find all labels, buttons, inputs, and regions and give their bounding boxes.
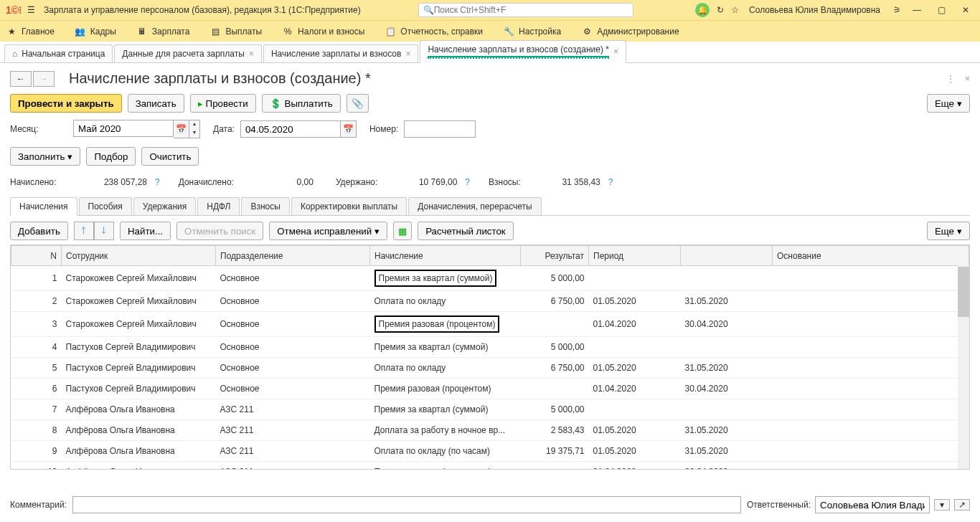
table-row[interactable]: 7Алфёрова Ольга ИвановнаАЗС 211Премия за… [11, 399, 969, 420]
mm-admin[interactable]: ⚙Администрирование [581, 26, 679, 37]
history-icon[interactable]: ↻ [717, 5, 724, 15]
itab-corrections[interactable]: Корректировки выплаты [291, 197, 407, 215]
dropdown-icon[interactable]: ▾ [934, 499, 950, 511]
table-row[interactable]: 10Алфёрова Ольга ИвановнаАЗС 211Премия р… [11, 462, 969, 470]
pay-button[interactable]: 💲Выплатить [262, 94, 341, 113]
mm-vyplaty[interactable]: ▤Выплаты [209, 26, 262, 37]
month-label: Месяц: [10, 124, 67, 134]
move-down-button[interactable]: 🡓 [94, 222, 114, 240]
itab-deductions[interactable]: Удержания [133, 197, 197, 215]
col-basis[interactable]: Основание [773, 246, 969, 266]
help-icon[interactable]: ? [155, 177, 160, 187]
month-spinner[interactable]: ▴▾ [189, 120, 200, 138]
calendar-icon[interactable]: 📅 [341, 120, 357, 138]
minimize-icon[interactable]: — [908, 5, 925, 15]
col-result[interactable]: Результат [521, 246, 589, 266]
back-button[interactable]: ← [10, 71, 32, 87]
tab-data[interactable]: Данные для расчета зарплаты× [114, 44, 262, 62]
table-row[interactable]: 4Пастухов Сергей ВладимировичОсновноеПре… [11, 337, 969, 358]
close-icon[interactable]: × [405, 49, 410, 59]
table-row[interactable]: 1Старокожев Сергей МихайловичОсновноеПре… [11, 266, 969, 291]
pick-button[interactable]: Подбор [86, 147, 136, 166]
col-employee[interactable]: Сотрудник [62, 246, 216, 266]
col-department[interactable]: Подразделение [216, 246, 370, 266]
mm-reports[interactable]: 📋Отчетность, справки [385, 26, 483, 37]
date-input[interactable] [240, 120, 341, 138]
col-accrual[interactable]: Начисление [370, 246, 521, 266]
bell-icon[interactable]: 🔔 [695, 3, 710, 17]
col-period[interactable]: Период [589, 246, 681, 266]
grid-more-button[interactable]: Еще ▾ [927, 222, 970, 240]
post-button[interactable]: ▸Провести [190, 94, 256, 113]
table-row[interactable]: 2Старокожев Сергей МихайловичОсновноеОпл… [11, 291, 969, 312]
close-icon[interactable]: ✕ [957, 5, 974, 15]
grid-toolbar: Добавить 🡑 🡓 Найти... Отменить поиск Отм… [0, 216, 980, 245]
post-and-close-button[interactable]: Провести и закрыть [10, 94, 122, 113]
move-up-button[interactable]: 🡑 [74, 222, 94, 240]
clipboard-icon: 📋 [385, 26, 396, 37]
more-icon[interactable]: ⋮ [946, 74, 955, 84]
more-button[interactable]: Еще ▾ [927, 94, 970, 113]
mm-kadry[interactable]: 👥Кадры [75, 26, 116, 37]
attach-button[interactable]: 📎 [347, 94, 369, 113]
fill-button[interactable]: Заполнить ▾ [10, 147, 80, 166]
tab-accruals[interactable]: Начисление зарплаты и взносов× [263, 44, 419, 62]
add-row-button[interactable]: Добавить [10, 222, 68, 240]
find-button[interactable]: Найти... [120, 222, 171, 240]
table-row[interactable]: 9Алфёрова Ольга ИвановнаАЗС 211Оплата по… [11, 441, 969, 462]
star-icon[interactable]: ☆ [731, 5, 739, 15]
logo-1c: 1©⁝ [6, 4, 22, 16]
hamburger-icon[interactable]: ☰ [27, 5, 35, 15]
money-icon: ▤ [209, 26, 221, 37]
table-row[interactable]: 5Пастухов Сергей ВладимировичОсновноеОпл… [11, 358, 969, 379]
add-accrued-value: 0,00 [238, 174, 317, 190]
inner-tabs: Начисления Пособия Удержания НДФЛ Взносы… [10, 197, 970, 216]
payslip-button[interactable]: Расчетный листок [418, 222, 514, 240]
calendar-icon[interactable]: 📅 [174, 120, 189, 138]
search-input[interactable] [434, 5, 628, 15]
help-icon[interactable]: ? [465, 177, 470, 187]
help-icon[interactable]: ? [608, 177, 613, 187]
vertical-scrollbar[interactable] [958, 265, 969, 469]
table-row[interactable]: 3Старокожев Сергей МихайловичОсновноеПре… [11, 312, 969, 337]
contrib-value: 31 358,43 [525, 174, 604, 190]
itab-contrib[interactable]: Взносы [241, 197, 289, 215]
mm-zarplata[interactable]: 🖩Зарплата [136, 26, 190, 37]
close-icon[interactable]: × [249, 49, 254, 59]
tab-accruals-new[interactable]: Начисление зарплаты и взносов (создание)… [420, 40, 626, 63]
open-icon[interactable]: ↗ [954, 499, 970, 511]
mm-settings[interactable]: 🔧Настройка [503, 26, 561, 37]
global-search[interactable]: 🔍 [418, 3, 633, 17]
filter-icon[interactable]: ⚞ [893, 5, 901, 15]
table-row[interactable]: 6Пастухов Сергей ВладимировичОсновноеПре… [11, 379, 969, 399]
cancel-find-button: Отменить поиск [176, 222, 263, 240]
forward-button[interactable]: → [33, 71, 55, 87]
itab-recalc[interactable]: Доначисления, перерасчеты [408, 197, 541, 215]
withheld-label: Удержано: [336, 177, 377, 187]
tab-home[interactable]: ⌂Начальная страница [4, 44, 113, 62]
col-n[interactable]: N [11, 246, 62, 266]
close-page-icon[interactable]: × [965, 74, 970, 84]
itab-benefits[interactable]: Пособия [79, 197, 132, 215]
maximize-icon[interactable]: ▢ [933, 5, 950, 15]
comment-input[interactable] [72, 496, 741, 513]
number-input[interactable] [404, 120, 476, 138]
mm-nalogi[interactable]: %Налоги и взносы [282, 26, 364, 37]
month-input[interactable] [73, 120, 174, 137]
write-button[interactable]: Записать [128, 94, 184, 113]
itab-ndfl[interactable]: НДФЛ [197, 197, 240, 215]
close-icon[interactable]: × [613, 47, 618, 57]
mm-main[interactable]: ★Главное [6, 26, 55, 37]
cancel-corrections-button[interactable]: Отмена исправлений ▾ [269, 222, 387, 240]
post-icon: ▸ [198, 98, 203, 109]
calc-icon: 🖩 [136, 26, 148, 37]
table-row[interactable]: 8Алфёрова Ольга ИвановнаАЗС 211Доплата з… [11, 420, 969, 441]
itab-accruals[interactable]: Начисления [10, 197, 77, 216]
show-details-button[interactable]: ▦ [393, 222, 412, 240]
clear-button[interactable]: Очистить [141, 147, 199, 166]
col-period-end[interactable] [681, 246, 773, 266]
withheld-value: 10 769,00 [382, 174, 461, 190]
responsible-input[interactable] [815, 496, 930, 513]
current-user[interactable]: Соловьева Юлия Владимировна [749, 5, 880, 15]
home-icon: ⌂ [12, 49, 17, 59]
